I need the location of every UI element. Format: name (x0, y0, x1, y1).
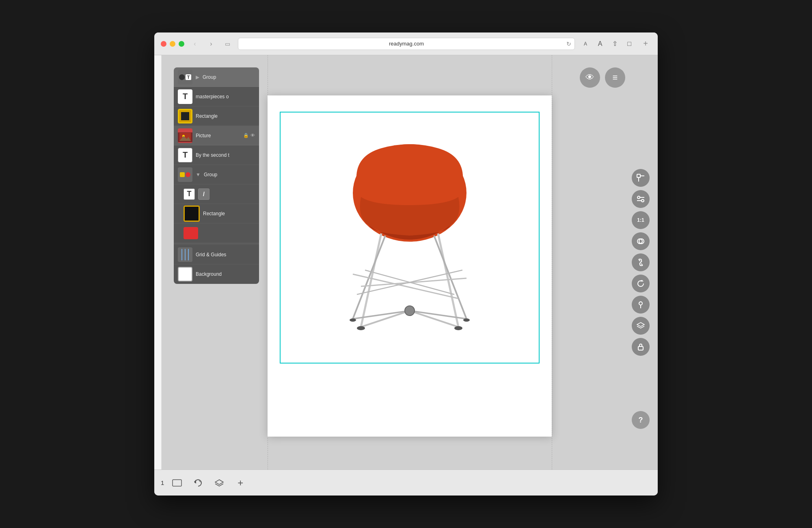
layers-tool-button[interactable] (632, 317, 650, 335)
svg-line-10 (410, 311, 458, 327)
reload-button[interactable]: ↻ (566, 41, 571, 47)
svg-point-14 (454, 326, 462, 330)
adjust-tool-button[interactable] (632, 190, 650, 208)
guide-line-vertical-right (552, 55, 552, 470)
ratio-tool-button[interactable]: 1:1 (632, 211, 650, 229)
page-thumbnail-button[interactable] (169, 475, 185, 491)
svg-line-4 (434, 236, 466, 319)
page-canvas[interactable] (268, 95, 552, 437)
layer-separator (174, 244, 259, 244)
layer-thumb-text2: T (178, 148, 192, 162)
layer-item-text2[interactable]: T By the second t (174, 145, 259, 165)
lock-tool-button[interactable] (632, 338, 650, 356)
add-page-button[interactable]: + (232, 475, 248, 491)
pin-tool-button[interactable] (632, 296, 650, 314)
chair-svg (333, 124, 487, 351)
svg-line-3 (353, 236, 385, 319)
mask-tool-button[interactable] (632, 232, 650, 250)
right-toolbar: 1:1 (632, 169, 650, 356)
top-right-controls: 👁 ≡ (580, 67, 625, 88)
canvas-area: 👁 ≡ (162, 55, 658, 470)
ruler-left (154, 55, 162, 470)
svg-point-28 (639, 302, 642, 305)
layer-icons-row: 🔒 👁 (243, 133, 255, 138)
eye-icon-small: 👁 (251, 133, 255, 138)
layer-item-rect2[interactable]: Rectangle (174, 204, 259, 223)
layer-thumb-rect1 (178, 109, 192, 123)
svg-rect-18 (637, 174, 640, 177)
svg-line-9 (361, 311, 410, 327)
layer-expand-icon: ▶ (196, 74, 199, 80)
fullscreen-button[interactable] (179, 41, 184, 47)
minimize-button[interactable] (170, 41, 175, 47)
layer-label-rect1: Rectangle (196, 113, 255, 119)
font-small-button[interactable]: A (580, 38, 591, 50)
windows-button[interactable]: □ (624, 38, 635, 50)
layer-item-text-sub[interactable]: T / (174, 184, 259, 204)
browser-chrome: ‹ › ▭ readymag.com ↻ A A ⇧ □ + (154, 32, 658, 55)
rotate-tool-button[interactable] (632, 275, 650, 292)
menu-button[interactable]: ≡ (605, 67, 625, 88)
layer-label-background: Background (196, 271, 255, 277)
new-tab-button[interactable]: + (640, 38, 651, 50)
svg-line-12 (410, 311, 466, 319)
link-tool-button[interactable] (632, 253, 650, 271)
layer-thumb-grid (178, 247, 192, 262)
layers-panel-button[interactable] (211, 475, 227, 491)
chair-image-container (280, 112, 540, 364)
svg-rect-38 (173, 480, 181, 486)
layer-label-rect2: Rectangle (203, 211, 255, 216)
layer-thumb-picture (178, 128, 192, 143)
layers-panel: T ▶ Group T masterpieces o Rectangle (174, 67, 259, 284)
layer-thumb-background (178, 267, 192, 281)
svg-point-21 (637, 196, 640, 199)
svg-rect-31 (638, 346, 643, 350)
share-button[interactable]: ⇧ (609, 38, 620, 50)
layer-item-background[interactable]: Background (174, 264, 259, 284)
svg-point-17 (405, 306, 415, 316)
eye-button[interactable]: 👁 (580, 67, 600, 88)
layer-item-grid[interactable]: Grid & Guides (174, 245, 259, 264)
layer-item-rect1[interactable]: Rectangle (174, 106, 259, 126)
layer-thumb-rect2 (184, 206, 200, 222)
crop-tool-button[interactable] (632, 169, 650, 187)
forward-button[interactable]: › (205, 38, 217, 50)
layer-label-grid: Grid & Guides (196, 252, 255, 258)
traffic-lights (161, 41, 184, 47)
reader-button[interactable]: ▭ (222, 38, 233, 50)
back-button[interactable]: ‹ (189, 38, 201, 50)
svg-marker-39 (194, 480, 196, 484)
layer-item-red[interactable] (174, 223, 259, 243)
layer-item-group1[interactable]: T ▶ Group (174, 67, 259, 87)
layer-item-group2[interactable]: ▼ Group (174, 165, 259, 184)
svg-marker-40 (215, 480, 223, 485)
undo-button[interactable] (190, 475, 206, 491)
url-text: readymag.com (389, 41, 424, 47)
layer-label-group1: Group (203, 74, 255, 80)
layer-item-text1[interactable]: T masterpieces o (174, 87, 259, 106)
layer-item-picture[interactable]: Picture 🔒 👁 (174, 126, 259, 145)
svg-point-16 (463, 318, 470, 322)
svg-point-15 (350, 318, 356, 322)
address-bar: readymag.com ↻ (238, 38, 575, 50)
layer-label-group2: Group (204, 172, 255, 177)
lock-icon-small: 🔒 (243, 133, 249, 138)
svg-marker-30 (637, 322, 644, 327)
page-number: 1 (161, 479, 164, 486)
font-large-button[interactable]: A (594, 38, 606, 50)
layer-collapse-icon: ▼ (196, 172, 201, 177)
bottom-toolbar: 1 + (154, 470, 658, 496)
close-button[interactable] (161, 41, 166, 47)
layer-thumb-red (184, 227, 198, 239)
layer-thumb-group2 (178, 167, 192, 182)
layer-label-text1: masterpieces o (196, 94, 255, 100)
svg-point-13 (357, 326, 365, 330)
layer-thumb-pen: / (198, 188, 209, 200)
help-button[interactable]: ? (632, 411, 650, 429)
svg-line-11 (353, 311, 410, 319)
layer-thumb-text-sub: T (184, 188, 195, 200)
layer-thumb-text1: T (178, 89, 192, 104)
layer-label-text2: By the second t (196, 152, 255, 158)
browser-content: 👁 ≡ (154, 55, 658, 470)
svg-point-23 (641, 199, 644, 202)
